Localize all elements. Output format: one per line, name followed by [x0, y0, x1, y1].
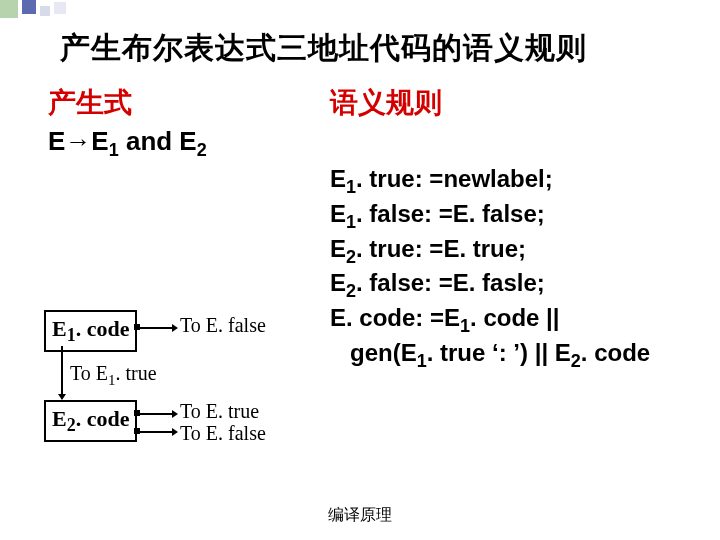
- slide-title: 产生布尔表达式三地址代码的语义规则: [60, 28, 587, 69]
- production-rule: E→E1 and E2: [48, 126, 207, 161]
- prod-text: E→E: [48, 126, 109, 156]
- sem-line-2: E1. false: =E. false;: [330, 199, 710, 234]
- label-to-e-false-2: To E. false: [180, 422, 266, 445]
- prod-mid: and E: [119, 126, 197, 156]
- sem-line-1: E1. true: =newlabel;: [330, 164, 710, 199]
- arrow-e1-true-down: [60, 346, 64, 400]
- arrow-e2-false: [138, 430, 178, 434]
- slide: 产生布尔表达式三地址代码的语义规则 产生式 语义规则 E→E1 and E2 E…: [0, 0, 720, 540]
- column-header-semantics: 语义规则: [330, 84, 442, 122]
- svg-marker-5: [172, 410, 178, 418]
- sem-line-5: E. code: =E1. code ||: [330, 303, 710, 338]
- semantic-rules: E1. true: =newlabel; E1. false: =E. fals…: [330, 164, 710, 373]
- svg-marker-1: [172, 324, 178, 332]
- label-to-e-true: To E. true: [180, 400, 259, 423]
- footer-text: 编译原理: [0, 505, 720, 526]
- label-to-e-false-1: To E. false: [180, 314, 266, 337]
- column-header-production: 产生式: [48, 84, 132, 122]
- sem-line-4: E2. false: =E. fasle;: [330, 268, 710, 303]
- sem-line-3: E2. true: =E. true;: [330, 234, 710, 269]
- arrow-e1-false: [138, 326, 178, 330]
- label-to-e1-true: To E1. true: [70, 362, 157, 389]
- corner-decoration: [0, 0, 720, 26]
- prod-sub1: 1: [109, 140, 119, 160]
- box-e2-code: E2. code: [44, 400, 137, 442]
- sem-line-6: gen(E1. true ‘: ’) || E2. code: [330, 338, 710, 373]
- code-flow-diagram: E1. code E2. code To E. false To E1. tru…: [44, 310, 304, 490]
- box-e1-code: E1. code: [44, 310, 137, 352]
- arrow-e2-true: [138, 412, 178, 416]
- svg-marker-7: [172, 428, 178, 436]
- prod-sub2: 2: [197, 140, 207, 160]
